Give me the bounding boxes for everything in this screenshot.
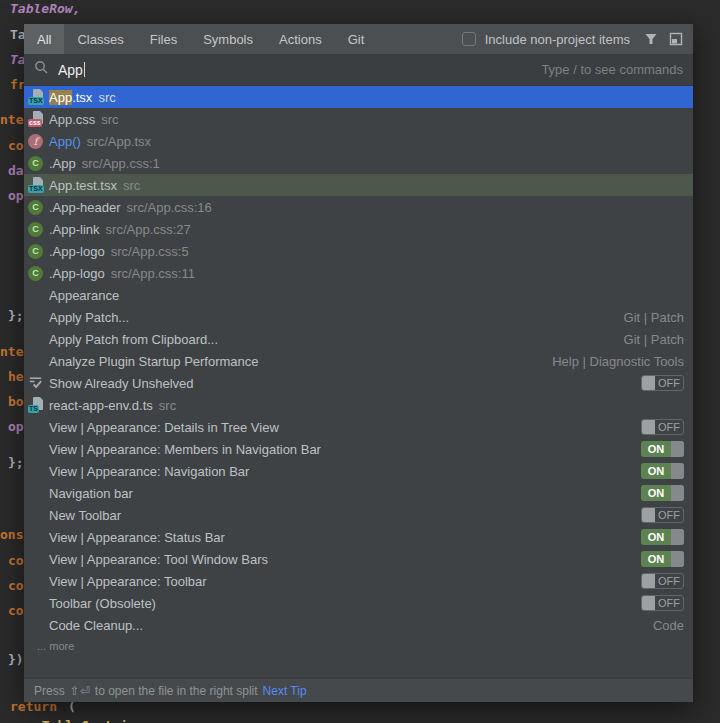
result-category-label: Help | Diagnostic Tools: [552, 354, 684, 369]
result-row[interactable]: TSXApp.tsxsrc: [24, 86, 693, 108]
scope-tabs: AllClassesFilesSymbolsActionsGit: [24, 24, 377, 54]
result-row[interactable]: View | Appearance: ToolbarOFF: [24, 570, 693, 592]
result-row[interactable]: fApp()src/App.tsx: [24, 130, 693, 152]
toggle-off[interactable]: OFF: [641, 573, 684, 589]
toggle-label: OFF: [655, 420, 683, 434]
result-row[interactable]: View | Appearance: Tool Window BarsON: [24, 548, 693, 570]
result-name: App(): [49, 134, 81, 149]
no-icon: [28, 485, 44, 501]
result-location: src/App.css:1: [82, 156, 160, 171]
more-results-item[interactable]: ... more: [24, 636, 693, 655]
toggle-off[interactable]: OFF: [641, 507, 684, 523]
scope-tabs-bar: AllClassesFilesSymbolsActionsGit Include…: [24, 24, 693, 54]
result-row[interactable]: Navigation barON: [24, 482, 693, 504]
include-non-project-checkbox[interactable]: [462, 32, 476, 46]
toggle-knob: [642, 420, 655, 434]
result-row[interactable]: C.App-logosrc/App.css:5: [24, 240, 693, 262]
editor-code-fragment: op: [8, 419, 24, 435]
result-name: View | Appearance: Members in Navigation…: [49, 442, 321, 457]
result-name: react-app-env.d.ts: [49, 398, 153, 413]
css-class-icon: C: [28, 265, 44, 281]
editor-code-fragment: TableRow,: [10, 1, 80, 17]
no-icon: [28, 617, 44, 633]
result-name-rest: .tsx: [72, 90, 92, 105]
toggle-on[interactable]: ON: [641, 463, 684, 479]
result-row[interactable]: TSreact-app-env.d.tssrc: [24, 394, 693, 416]
result-name: Toolbar (Obsolete): [49, 596, 156, 611]
tab-all[interactable]: All: [24, 24, 64, 54]
next-tip-link[interactable]: Next Tip: [263, 684, 307, 698]
result-row[interactable]: New ToolbarOFF: [24, 504, 693, 526]
result-row[interactable]: Apply Patch from Clipboard...Git | Patch: [24, 328, 693, 350]
tab-files[interactable]: Files: [137, 24, 190, 54]
result-row[interactable]: Show Already UnshelvedOFF: [24, 372, 693, 394]
result-row[interactable]: Toolbar (Obsolete)OFF: [24, 592, 693, 614]
result-name: Code Cleanup...: [49, 618, 143, 633]
toggle-label: OFF: [655, 376, 683, 390]
result-row[interactable]: Code Cleanup...Code: [24, 614, 693, 636]
tab-git[interactable]: Git: [335, 24, 378, 54]
filter-icon[interactable]: [643, 31, 659, 47]
editor-code-fragment: };: [8, 308, 24, 324]
result-row[interactable]: C.App-headersrc/App.css:16: [24, 196, 693, 218]
result-name: App.test.tsx: [49, 178, 117, 193]
toggle-knob: [671, 463, 684, 479]
toggle-off[interactable]: OFF: [641, 419, 684, 435]
result-row[interactable]: C.App-linksrc/App.css:27: [24, 218, 693, 240]
result-category-label: Code: [653, 618, 684, 633]
result-name: Analyze Plugin Startup Performance: [49, 354, 259, 369]
no-icon: [28, 309, 44, 325]
toggle-on[interactable]: ON: [641, 441, 684, 457]
toggle-label: OFF: [655, 596, 683, 610]
tab-classes[interactable]: Classes: [64, 24, 136, 54]
result-category-label: Git | Patch: [624, 332, 684, 347]
result-row[interactable]: Apply Patch...Git | Patch: [24, 306, 693, 328]
result-name: Show Already Unshelved: [49, 376, 194, 391]
editor-code-fragment: op: [8, 188, 24, 204]
result-location: src/App.css:16: [127, 200, 212, 215]
function-icon: f: [28, 133, 44, 149]
result-row[interactable]: View | Appearance: Members in Navigation…: [24, 438, 693, 460]
result-row[interactable]: cssApp.csssrc: [24, 108, 693, 130]
no-icon: [28, 573, 44, 589]
hint-suffix: to open the file in the right split: [95, 684, 258, 698]
no-icon: [28, 551, 44, 567]
toggle-off[interactable]: OFF: [641, 595, 684, 611]
search-everywhere-popup: AllClassesFilesSymbolsActionsGit Include…: [24, 24, 693, 702]
result-name: Apply Patch...: [49, 310, 129, 325]
result-row[interactable]: Appearance: [24, 284, 693, 306]
result-row[interactable]: C.Appsrc/App.css:1: [24, 152, 693, 174]
editor-code-fragment: da: [8, 163, 24, 179]
text-caret: [84, 62, 85, 77]
no-icon: [28, 595, 44, 611]
toggle-knob: [642, 376, 655, 390]
open-in-find-window-icon[interactable]: [668, 31, 684, 47]
editor-code-fragment: ons: [0, 527, 23, 543]
editor-code-fragment: bo: [8, 394, 24, 410]
result-row[interactable]: C.App-logosrc/App.css:11: [24, 262, 693, 284]
toggle-on[interactable]: ON: [641, 485, 684, 501]
result-row[interactable]: TSXApp.test.tsxsrc: [24, 174, 693, 196]
toggle-off[interactable]: OFF: [641, 375, 684, 391]
result-name: .App-header: [49, 200, 121, 215]
search-commands-hint: Type / to see commands: [541, 62, 683, 77]
search-field[interactable]: App Type / to see commands: [24, 54, 693, 86]
toggle-on[interactable]: ON: [641, 529, 684, 545]
result-row[interactable]: View | Appearance: Details in Tree ViewO…: [24, 416, 693, 438]
css-class-icon: C: [28, 221, 44, 237]
result-name: View | Appearance: Details in Tree View: [49, 420, 279, 435]
result-row[interactable]: Analyze Plugin Startup PerformanceHelp |…: [24, 350, 693, 372]
tab-actions[interactable]: Actions: [266, 24, 335, 54]
unshelve-icon: [28, 375, 44, 391]
toggle-on[interactable]: ON: [641, 551, 684, 567]
no-icon: [28, 507, 44, 523]
editor-code-fragment: }): [8, 652, 24, 668]
toggle-knob: [671, 441, 684, 457]
search-input-value[interactable]: App: [58, 62, 83, 78]
result-name: .App-link: [49, 222, 100, 237]
result-row[interactable]: View | Appearance: Status BarON: [24, 526, 693, 548]
result-location: src/App.tsx: [87, 134, 151, 149]
tab-symbols[interactable]: Symbols: [190, 24, 266, 54]
result-row[interactable]: View | Appearance: Navigation BarON: [24, 460, 693, 482]
toggle-label: OFF: [655, 574, 683, 588]
